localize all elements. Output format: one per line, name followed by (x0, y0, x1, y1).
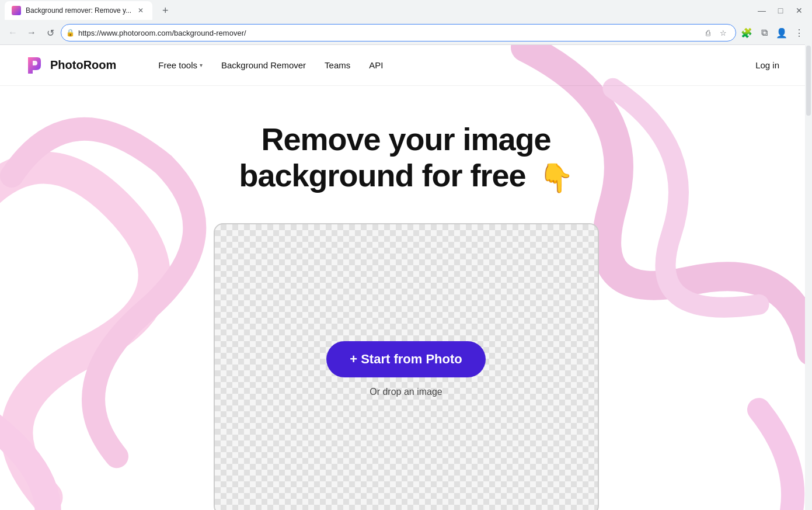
hero-title-line2: background for free (239, 158, 525, 193)
menu-icon[interactable]: ⋮ (791, 25, 807, 41)
close-window-button[interactable]: ✕ (791, 2, 807, 19)
logo-icon (23, 55, 44, 76)
browser-tab[interactable]: Background remover: Remove y... ✕ (5, 1, 152, 20)
upload-section: + Start from Photo Or drop an image (0, 217, 812, 510)
start-from-photo-button[interactable]: + Start from Photo (326, 341, 486, 377)
nav-teams-label: Teams (325, 60, 350, 70)
share-icon[interactable]: ⎙ (702, 26, 715, 39)
scrollbar-thumb[interactable] (806, 46, 811, 116)
nav-api-label: API (369, 60, 383, 70)
upload-dropzone[interactable]: + Start from Photo Or drop an image (214, 223, 599, 510)
window-controls: — □ ✕ (754, 2, 807, 19)
address-bar[interactable]: 🔒 ⎙ ☆ (61, 24, 736, 41)
browser-chrome: Background remover: Remove y... ✕ + — □ … (0, 0, 812, 45)
browser-titlebar: Background remover: Remove y... ✕ + — □ … (0, 0, 812, 21)
new-tab-button[interactable]: + (157, 2, 173, 19)
toolbar-right-actions: 🧩 ⧉ 👤 ⋮ (738, 25, 807, 41)
reload-button[interactable]: ↺ (42, 25, 58, 41)
tab-title: Background remover: Remove y... (26, 6, 131, 15)
address-actions: ⎙ ☆ (702, 26, 730, 39)
tab-close-button[interactable]: ✕ (136, 6, 145, 15)
logo-link[interactable]: PhotoRoom (23, 55, 116, 76)
nav-background-remover[interactable]: Background Remover (214, 57, 313, 74)
drop-image-label: Or drop an image (370, 387, 442, 397)
nav-free-tools[interactable]: Free tools ▾ (151, 57, 210, 74)
chevron-down-icon: ▾ (200, 62, 203, 68)
site-wrapper: PhotoRoom Free tools ▾ Background Remove… (0, 45, 812, 510)
hero-title-line1: Remove your image (261, 122, 550, 157)
site-navigation: PhotoRoom Free tools ▾ Background Remove… (0, 45, 812, 86)
bookmark-icon[interactable]: ☆ (717, 26, 730, 39)
thumbs-down-emoji: 👇 (539, 162, 573, 194)
url-input[interactable] (78, 29, 698, 37)
nav-free-tools-label: Free tools (158, 60, 197, 70)
nav-links: Free tools ▾ Background Remover Teams AP… (151, 57, 390, 74)
back-button[interactable]: ← (5, 25, 21, 41)
maximize-button[interactable]: □ (772, 2, 789, 19)
profile-icon[interactable]: 👤 (773, 25, 790, 41)
minimize-button[interactable]: — (754, 2, 770, 19)
browser-toolbar: ← → ↺ 🔒 ⎙ ☆ 🧩 ⧉ 👤 ⋮ (0, 21, 812, 44)
nav-right: Log in (746, 60, 789, 71)
nav-api[interactable]: API (362, 57, 390, 74)
scrollbar[interactable] (805, 44, 812, 510)
lock-icon: 🔒 (66, 29, 75, 37)
extensions-icon[interactable]: 🧩 (738, 25, 755, 41)
logo-text: PhotoRoom (50, 58, 116, 72)
split-screen-icon[interactable]: ⧉ (756, 25, 772, 41)
tab-favicon-icon (12, 6, 21, 15)
nav-teams[interactable]: Teams (318, 57, 357, 74)
upload-button-label: + Start from Photo (350, 352, 462, 367)
login-button[interactable]: Log in (746, 57, 789, 74)
nav-background-remover-label: Background Remover (221, 60, 306, 70)
hero-section: Remove your image background for free 👇 (0, 86, 812, 217)
forward-button[interactable]: → (23, 25, 40, 41)
hero-title: Remove your image background for free 👇 (12, 121, 800, 194)
